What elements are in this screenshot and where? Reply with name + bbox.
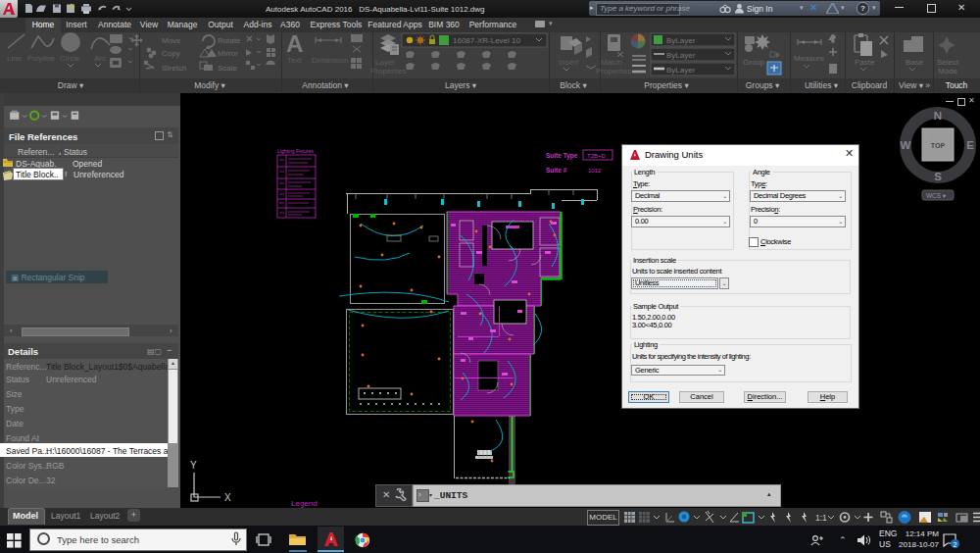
svg-text:Layer: Layer [375, 58, 395, 67]
svg-text:Mirror: Mirror [218, 49, 238, 58]
svg-text:2: 2 [954, 541, 957, 548]
svg-text:Lighting Fixtures: Lighting Fixtures [277, 148, 314, 154]
svg-text:Insert: Insert [559, 58, 579, 67]
svg-text:E: E [966, 139, 974, 151]
svg-text:A: A [286, 32, 303, 57]
svg-text:Y: Y [190, 460, 197, 471]
svg-text:ByLayer: ByLayer [666, 66, 696, 75]
svg-text:Stretch: Stretch [162, 64, 186, 73]
svg-text:Base: Base [906, 58, 924, 67]
svg-text:N: N [934, 110, 942, 122]
svg-text:Suite Type: Suite Type [546, 152, 578, 160]
svg-text:Text: Text [287, 56, 302, 65]
svg-text:1:1: 1:1 [815, 513, 827, 523]
svg-text:Scale: Scale [218, 64, 238, 73]
svg-text:TOP: TOP [931, 142, 946, 149]
svg-text:Move: Move [162, 36, 181, 45]
svg-text:Match: Match [601, 58, 622, 67]
svg-text:Line: Line [7, 54, 23, 63]
svg-text:Dimension: Dimension [312, 56, 349, 65]
svg-text:16087-XR-Level 10: 16087-XR-Level 10 [453, 36, 520, 45]
svg-text:S: S [934, 171, 942, 182]
svg-text:Paste: Paste [855, 58, 875, 67]
svg-text:ByLayer: ByLayer [666, 36, 696, 45]
svg-text:Properties: Properties [596, 67, 631, 75]
svg-text:Properties: Properties [370, 67, 406, 75]
svg-text:Polyline: Polyline [27, 54, 56, 63]
svg-text:Mode: Mode [938, 67, 958, 75]
svg-text:Group: Group [743, 58, 765, 67]
svg-text:Arc: Arc [94, 54, 106, 63]
svg-text:WCS ▾: WCS ▾ [926, 192, 947, 199]
svg-text:X: X [224, 492, 231, 503]
svg-text:Copy: Copy [162, 49, 180, 58]
svg-text:Select: Select [937, 58, 959, 67]
svg-text:ByLayer: ByLayer [666, 51, 696, 60]
svg-text:1012: 1012 [588, 168, 602, 174]
svg-text:Measure: Measure [794, 54, 825, 63]
svg-text:Circle: Circle [60, 54, 80, 63]
svg-text:T2B+D: T2B+D [587, 153, 607, 159]
svg-text:Rotate: Rotate [218, 36, 241, 45]
svg-text:Suite #: Suite # [546, 167, 567, 174]
svg-text:W: W [901, 139, 911, 151]
